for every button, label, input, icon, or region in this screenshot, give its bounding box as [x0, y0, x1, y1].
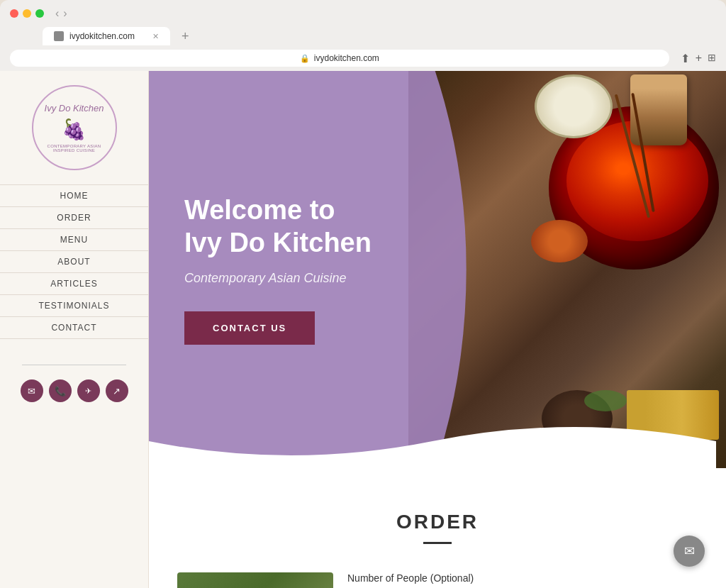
- tab-favicon: [54, 31, 64, 41]
- order-food-image: [177, 572, 333, 588]
- share-social-icon[interactable]: ↗: [106, 379, 128, 402]
- nav-menu: HOME ORDER MENU ABOUT ARTICLES TESTIMONI…: [0, 184, 148, 339]
- tab-title: ivydokitchen.com: [69, 31, 135, 41]
- nav-item-about[interactable]: ABOUT: [0, 251, 148, 273]
- close-button[interactable]: [10, 9, 18, 18]
- nav-item-testimonials[interactable]: TESTIMONIALS: [0, 295, 148, 317]
- minimize-button[interactable]: [23, 9, 31, 18]
- order-form-area: Number of People (Optional): [347, 572, 698, 588]
- forward-button[interactable]: ›: [63, 7, 67, 20]
- fullscreen-button[interactable]: [35, 9, 44, 18]
- nav-item-menu[interactable]: MENU: [0, 229, 148, 251]
- hero-text-area: Welcome to Ivy Do Kitchen Contemporary A…: [149, 71, 437, 468]
- order-form-label: Number of People (Optional): [347, 572, 698, 584]
- email-social-icon[interactable]: ✉: [21, 379, 43, 402]
- website-sidebar: Ivy Do Kitchen 🍇 CONTEMPORARY ASIAN INSP…: [0, 71, 149, 588]
- logo-tagline: CONTEMPORARY ASIAN INSPIRED CUISINE: [33, 144, 116, 152]
- browser-content: Ivy Do Kitchen 🍇 CONTEMPORARY ASIAN INSP…: [0, 71, 726, 588]
- active-tab[interactable]: ivydokitchen.com ✕: [43, 27, 170, 45]
- social-icons-container: ✉ 📞 ✈ ↗: [21, 379, 128, 402]
- browser-chrome: ‹ › ivydokitchen.com ✕ + 🔒 ivydokitchen.…: [0, 0, 726, 71]
- float-icon: ✉: [684, 543, 695, 559]
- url-text: ivydokitchen.com: [314, 53, 379, 63]
- order-title-divider: [423, 542, 452, 544]
- nav-item-contact[interactable]: CONTACT: [0, 317, 148, 339]
- hero-section: Welcome to Ivy Do Kitchen Contemporary A…: [149, 71, 726, 468]
- nav-item-articles[interactable]: ARTICLES: [0, 273, 148, 295]
- nav-item-home[interactable]: HOME: [0, 184, 148, 207]
- phone-social-icon[interactable]: 📞: [49, 379, 72, 402]
- sidebar-divider: [22, 365, 125, 365]
- back-button[interactable]: ‹: [55, 7, 59, 20]
- order-section-title: ORDER: [177, 511, 698, 533]
- main-content-area: Welcome to Ivy Do Kitchen Contemporary A…: [149, 71, 726, 588]
- nav-item-order[interactable]: ORDER: [0, 207, 148, 229]
- new-tab-button[interactable]: +: [182, 29, 189, 44]
- logo-text-top: Ivy Do Kitchen: [45, 103, 104, 115]
- tab-close-button[interactable]: ✕: [152, 32, 159, 41]
- share-icon[interactable]: ⬆: [681, 52, 690, 65]
- hero-subtitle: Contemporary Asian Cuisine: [184, 271, 402, 286]
- hero-wave-divider: [149, 413, 716, 468]
- logo-container: Ivy Do Kitchen 🍇 CONTEMPORARY ASIAN INSP…: [32, 85, 117, 170]
- rice-bowl: [535, 74, 613, 138]
- herbs: [584, 390, 627, 411]
- browser-action-icons: ⬆ + ⊞: [681, 52, 716, 65]
- add-tab-icon[interactable]: +: [696, 52, 702, 65]
- address-bar: 🔒 ivydokitchen.com ⬆ + ⊞: [0, 45, 726, 71]
- browser-titlebar: ‹ ›: [0, 0, 726, 27]
- hero-title: Welcome to Ivy Do Kitchen: [184, 194, 402, 259]
- url-input[interactable]: 🔒 ivydokitchen.com: [10, 50, 669, 67]
- order-bottom-row: Number of People (Optional): [177, 572, 698, 588]
- extensions-icon[interactable]: ⊞: [708, 52, 716, 65]
- message-social-icon[interactable]: ✈: [77, 379, 100, 402]
- sauce-bowl: [531, 220, 588, 262]
- logo-grapes-icon: 🍇: [62, 118, 86, 141]
- contact-us-button[interactable]: CONTACT US: [184, 311, 315, 345]
- float-message-button[interactable]: ✉: [674, 536, 705, 567]
- order-section: ORDER Number of People (Optional): [149, 468, 726, 588]
- lock-icon: 🔒: [300, 54, 310, 63]
- traffic-lights: [10, 9, 44, 18]
- browser-nav-controls: ‹ ›: [55, 7, 67, 20]
- tab-bar: ivydokitchen.com ✕ +: [0, 27, 726, 45]
